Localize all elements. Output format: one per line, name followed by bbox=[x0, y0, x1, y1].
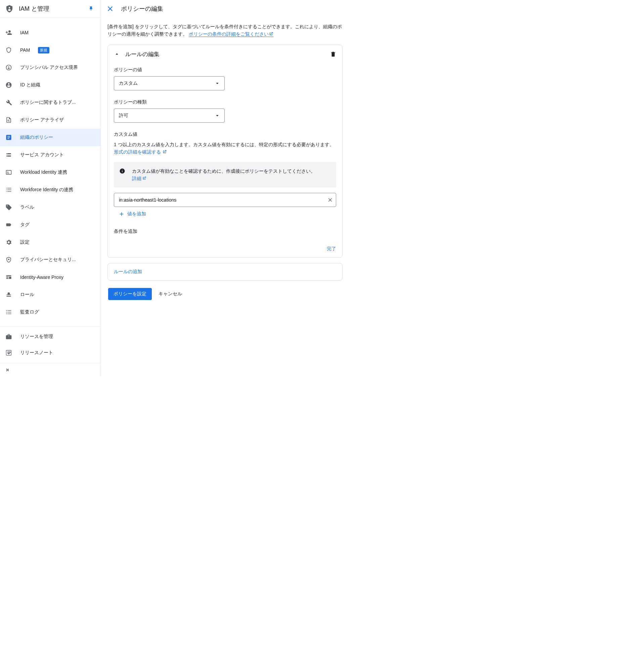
plus-icon bbox=[119, 211, 125, 217]
policy-value-label: ポリシーの値 bbox=[114, 67, 336, 73]
add-rule-button[interactable]: ルールの追加 bbox=[107, 263, 343, 281]
close-icon[interactable] bbox=[106, 5, 114, 13]
sidebar-item-label: 監査ログ bbox=[20, 309, 39, 315]
wrench-icon bbox=[5, 99, 12, 106]
sidebar-item-label: Workforce Identity の連携 bbox=[20, 187, 73, 193]
external-link-icon bbox=[269, 31, 273, 38]
sidebar-item-pab[interactable]: プリンシパル アクセス境界 bbox=[0, 59, 100, 76]
policy-type-select[interactable]: 許可 bbox=[114, 109, 225, 123]
sidebar-item-troubleshoot[interactable]: ポリシーに関するトラブ... bbox=[0, 94, 100, 111]
sidebar-footer: リソースを管理 リリースノート bbox=[0, 327, 100, 363]
sidebar-item-privacy[interactable]: プライバシーとセキュリ... bbox=[0, 251, 100, 268]
sidebar-item-settings[interactable]: 設定 bbox=[0, 234, 100, 251]
card-title: ルールの編集 bbox=[125, 50, 325, 58]
policy-conditions-link[interactable]: ポリシーの条件の詳細をご覧ください bbox=[189, 31, 273, 37]
sidebar-item-analyzer[interactable]: ポリシー アナライザ bbox=[0, 111, 100, 129]
sidebar-item-label: ポリシーに関するトラブ... bbox=[20, 99, 76, 105]
sidebar-item-label: IAM bbox=[20, 30, 28, 35]
sidebar-title: IAM と管理 bbox=[19, 5, 88, 13]
intro-text: [条件を追加] をクリックして、タグに基づいてルールを条件付きにすることができま… bbox=[107, 23, 343, 39]
notice-text: カスタム値が有効なことを確認するために、作成後にポリシーをテストしてください。 bbox=[132, 167, 331, 175]
chevron-up-icon[interactable] bbox=[114, 51, 120, 57]
chevron-left-icon bbox=[5, 367, 11, 373]
policy-value-select[interactable]: カスタム bbox=[114, 76, 225, 90]
sidebar-item-label: 組織のポリシー bbox=[20, 135, 53, 140]
sidebar-item-label: サービス アカウント bbox=[20, 152, 64, 158]
clear-icon[interactable] bbox=[327, 197, 333, 203]
sidebar-item-label: 設定 bbox=[20, 239, 29, 245]
svg-point-0 bbox=[9, 7, 10, 8]
custom-value-description: 1 つ以上のカスタム値を入力します。カスタム値を有効にするには、特定の形式にする… bbox=[114, 141, 336, 157]
edit-rule-card: ルールの編集 ポリシーの値 カスタム ポリシーの種類 許可 カスタム値 1 つ以… bbox=[107, 45, 343, 258]
sidebar-header: IAM と管理 bbox=[0, 0, 100, 18]
sidebar-item-release-notes[interactable]: リリースノート bbox=[0, 345, 100, 361]
shield-icon bbox=[5, 47, 12, 53]
article-icon bbox=[5, 134, 12, 141]
sidebar-item-workload-identity[interactable]: Workload Identity 連携 bbox=[0, 164, 100, 181]
account-icon bbox=[5, 82, 12, 88]
sidebar-item-audit-logs[interactable]: 監査ログ bbox=[0, 304, 100, 321]
list-icon bbox=[5, 187, 12, 193]
policy-type-selected: 許可 bbox=[119, 113, 214, 119]
hat-icon bbox=[5, 291, 12, 298]
cancel-button[interactable]: キャンセル bbox=[158, 291, 182, 297]
sidebar-item-service-account[interactable]: サービス アカウント bbox=[0, 146, 100, 164]
sidebar-item-identity[interactable]: ID と組織 bbox=[0, 76, 100, 94]
sidebar-item-manage-resources[interactable]: リソースを管理 bbox=[0, 329, 100, 345]
sidebar-item-workforce-identity[interactable]: Workforce Identity の連携 bbox=[0, 181, 100, 198]
sidebar-item-label: プライバシーとセキュリ... bbox=[20, 257, 76, 263]
tag-icon bbox=[5, 204, 12, 211]
iap-icon bbox=[5, 274, 12, 281]
sidebar-item-label: ラベル bbox=[20, 204, 34, 210]
custom-value-label: カスタム値 bbox=[114, 131, 336, 138]
sidebar-item-label: ポリシー アナライザ bbox=[20, 117, 64, 123]
sidebar-item-iap[interactable]: Identity-Aware Proxy bbox=[0, 268, 100, 286]
main-header: ポリシーの編集 bbox=[101, 0, 349, 18]
svg-point-5 bbox=[8, 259, 9, 260]
pin-icon[interactable] bbox=[88, 6, 94, 11]
sidebar-item-iam[interactable]: IAM bbox=[0, 24, 100, 41]
new-badge: 新規 bbox=[38, 47, 49, 53]
main-content: ポリシーの編集 [条件を追加] をクリックして、タグに基づいてルールを条件付きに… bbox=[101, 0, 349, 376]
add-value-button[interactable]: 値を追加 bbox=[114, 211, 336, 217]
svg-point-2 bbox=[8, 120, 9, 121]
sidebar-item-roles[interactable]: ロール bbox=[0, 286, 100, 304]
collapse-sidebar[interactable] bbox=[0, 363, 100, 376]
sidebar-item-org-policy[interactable]: 組織のポリシー bbox=[0, 129, 100, 146]
gear-icon bbox=[5, 239, 12, 246]
boundary-icon bbox=[5, 64, 12, 71]
svg-point-4 bbox=[7, 156, 8, 157]
custom-value-input[interactable] bbox=[119, 197, 327, 202]
sidebar-item-tags[interactable]: タグ bbox=[0, 216, 100, 234]
set-policy-button[interactable]: ポリシーを設定 bbox=[108, 288, 152, 300]
sidebar-item-label: Identity-Aware Proxy bbox=[20, 274, 64, 280]
sidebar-nav: IAM PAM 新規 プリンシパル アクセス境界 ID と組織 ポリシーに関する… bbox=[0, 18, 100, 327]
chevron-down-icon bbox=[214, 80, 220, 86]
card-icon bbox=[5, 169, 12, 176]
sidebar-item-labels[interactable]: ラベル bbox=[0, 198, 100, 216]
notes-icon bbox=[5, 350, 12, 356]
sidebar: IAM と管理 IAM PAM 新規 プリンシパル アクセス境界 ID と組織 bbox=[0, 0, 101, 376]
custom-value-row bbox=[114, 193, 336, 207]
notice-details-link[interactable]: 詳細 bbox=[132, 176, 146, 181]
sidebar-item-pam[interactable]: PAM 新規 bbox=[0, 41, 100, 59]
sidebar-item-label: ロール bbox=[20, 292, 34, 298]
external-link-icon bbox=[142, 176, 146, 181]
card-header: ルールの編集 bbox=[114, 50, 336, 58]
policy-value-selected: カスタム bbox=[119, 80, 214, 86]
iam-admin-icon bbox=[5, 5, 14, 13]
delete-icon[interactable] bbox=[330, 51, 336, 57]
label-icon bbox=[5, 221, 12, 228]
person-add-icon bbox=[5, 29, 12, 36]
custom-value-notice: カスタム値が有効なことを確認するために、作成後にポリシーをテストしてください。 … bbox=[114, 162, 336, 188]
sidebar-item-label: リリースノート bbox=[20, 350, 53, 356]
svg-point-3 bbox=[7, 153, 8, 154]
info-icon bbox=[119, 168, 125, 174]
format-details-link[interactable]: 形式の詳細を確認する bbox=[114, 149, 167, 154]
add-condition-label: 条件を追加 bbox=[114, 229, 336, 235]
done-button[interactable]: 完了 bbox=[114, 246, 336, 252]
external-link-icon bbox=[162, 149, 167, 156]
sidebar-item-label: プリンシパル アクセス境界 bbox=[20, 65, 78, 71]
svg-point-1 bbox=[8, 67, 9, 68]
doc-search-icon bbox=[5, 117, 12, 123]
